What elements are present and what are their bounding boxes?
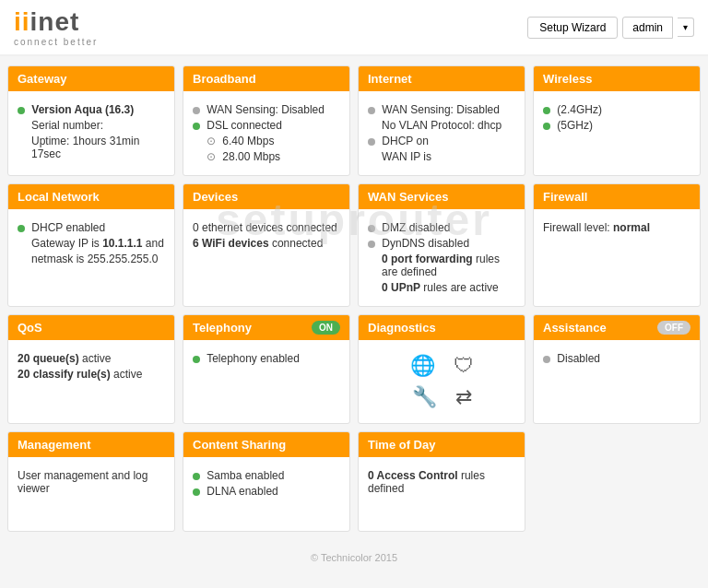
internet-dot2 bbox=[368, 138, 375, 146]
logo-tagline: connect better bbox=[14, 37, 98, 47]
setup-wizard-button[interactable]: Setup Wizard bbox=[527, 17, 618, 39]
time-of-day-title: Time of Day bbox=[368, 438, 435, 452]
local-network-gateway: Gateway IP is 10.1.1.1 and bbox=[31, 237, 165, 250]
gateway-header[interactable]: Gateway bbox=[8, 66, 174, 91]
wan-upnp: 0 UPnP rules are active bbox=[382, 281, 515, 294]
gateway-status-dot bbox=[18, 107, 25, 114]
empty-card-placeholder bbox=[533, 431, 701, 532]
devices-body: 0 ethernet devices connected 6 WiFi devi… bbox=[183, 209, 349, 283]
content-samba: Samba enabled bbox=[193, 469, 340, 482]
assistance-title: Assistance bbox=[543, 321, 607, 335]
wireless-dot2 bbox=[543, 123, 550, 130]
gateway-version-line: Version Aqua (16.3) bbox=[18, 103, 165, 116]
telephony-title: Telephony bbox=[193, 321, 252, 335]
wan-services-title: WAN Services bbox=[368, 190, 448, 204]
internet-wan-ip: WAN IP is bbox=[382, 150, 515, 163]
diag-row-1: 🌐 🛡 bbox=[410, 354, 474, 378]
dlna-dot bbox=[193, 488, 200, 496]
footer: © Technicolor 2015 bbox=[0, 541, 708, 574]
management-card: Management User management and log viewe… bbox=[7, 431, 175, 532]
firewall-header[interactable]: Firewall bbox=[534, 184, 700, 209]
devices-ethernet: 0 ethernet devices connected bbox=[193, 221, 340, 234]
network-icon[interactable]: ⇄ bbox=[455, 385, 472, 409]
management-body: User management and log viewer bbox=[8, 457, 174, 531]
telephony-header[interactable]: Telephony ON bbox=[183, 315, 349, 340]
broadband-header[interactable]: Broadband bbox=[183, 66, 349, 91]
broadband-dot2 bbox=[193, 123, 200, 130]
local-network-netmask: netmask is 255.255.255.0 bbox=[31, 253, 165, 265]
grid-row-4: Management User management and log viewe… bbox=[7, 431, 701, 532]
wan-dot1 bbox=[368, 225, 375, 232]
diagnostics-body: 🌐 🛡 🔧 ⇄ bbox=[359, 340, 525, 423]
gateway-uptime: Uptime: 1hours 31min 17sec bbox=[31, 135, 165, 160]
firewall-level: Firewall level: normal bbox=[543, 221, 690, 234]
broadband-dsl: DSL connected bbox=[193, 119, 340, 132]
telephony-dot bbox=[193, 356, 200, 363]
qos-queues: 20 queue(s) active bbox=[18, 352, 165, 365]
telephony-status: Telephony enabled bbox=[193, 352, 340, 365]
wireless-header[interactable]: Wireless bbox=[534, 66, 700, 91]
wireless-band1: (2.4GHz) bbox=[557, 103, 602, 116]
firewall-title: Firewall bbox=[543, 190, 587, 204]
local-network-title: Local Network bbox=[18, 190, 100, 204]
devices-header[interactable]: Devices bbox=[183, 184, 349, 209]
qos-body: 20 queue(s) active 20 classify rule(s) a… bbox=[8, 340, 174, 414]
wan-port-fwd: 0 port forwarding rules are defined bbox=[382, 253, 515, 278]
wan-dot2 bbox=[368, 241, 375, 248]
broadband-wan-sensing: WAN Sensing: Disabled bbox=[193, 103, 340, 116]
content-sharing-body: Samba enabled DLNA enabled bbox=[183, 457, 349, 531]
internet-card: Internet WAN Sensing: Disabled No VLAN P… bbox=[358, 65, 525, 176]
time-of-day-body: 0 Access Control rules defined bbox=[359, 457, 525, 531]
upload-icon: ⊙ bbox=[206, 135, 216, 147]
grid-row-2: Local Network DHCP enabled Gateway IP is… bbox=[7, 183, 701, 307]
assistance-card: Assistance OFF Disabled bbox=[533, 314, 701, 424]
management-text: User management and log viewer bbox=[18, 469, 165, 495]
internet-header[interactable]: Internet bbox=[359, 66, 525, 91]
internet-dot1 bbox=[368, 107, 375, 114]
gateway-title: Gateway bbox=[18, 72, 66, 86]
management-title: Management bbox=[18, 438, 90, 452]
wireless-band1-line: (2.4GHz) bbox=[543, 103, 690, 116]
broadband-title: Broadband bbox=[193, 72, 256, 86]
assistance-toggle[interactable]: OFF bbox=[657, 321, 690, 335]
broadband-card: Broadband WAN Sensing: Disabled DSL conn… bbox=[183, 65, 350, 176]
devices-card: Devices 0 ethernet devices connected 6 W… bbox=[183, 183, 350, 307]
telephony-card: Telephony ON Telephony enabled bbox=[183, 314, 350, 424]
wan-dmz: DMZ disabled bbox=[368, 221, 515, 234]
local-net-dot bbox=[18, 225, 25, 232]
time-of-day-card: Time of Day 0 Access Control rules defin… bbox=[358, 431, 525, 532]
diagnostics-icons: 🌐 🛡 🔧 ⇄ bbox=[368, 349, 515, 414]
admin-button[interactable]: admin bbox=[622, 17, 673, 39]
grid-row-3: QoS 20 queue(s) active 20 classify rule(… bbox=[7, 314, 701, 424]
content-sharing-title: Content Sharing bbox=[193, 438, 286, 452]
wrench-icon[interactable]: 🔧 bbox=[412, 385, 437, 409]
qos-classify: 20 classify rule(s) active bbox=[18, 368, 165, 381]
shield-check-icon[interactable]: 🛡 bbox=[454, 354, 474, 378]
internet-dhcp: DHCP on bbox=[368, 135, 515, 147]
logo: iiinet bbox=[14, 7, 98, 37]
gateway-body: Version Aqua (16.3) Serial number: Uptim… bbox=[8, 91, 174, 172]
assistance-body: Disabled bbox=[534, 340, 700, 414]
qos-title: QoS bbox=[18, 321, 42, 335]
local-network-header[interactable]: Local Network bbox=[8, 184, 174, 209]
diagnostics-card: Diagnostics 🌐 🛡 🔧 ⇄ bbox=[358, 314, 525, 424]
content-sharing-header[interactable]: Content Sharing bbox=[183, 432, 349, 457]
diagnostics-header[interactable]: Diagnostics bbox=[359, 315, 525, 340]
broadband-speed1: ⊙ 6.40 Mbps bbox=[206, 135, 340, 147]
firewall-body: Firewall level: normal bbox=[534, 209, 700, 283]
management-header[interactable]: Management bbox=[8, 432, 174, 457]
admin-dropdown-button[interactable]: ▾ bbox=[678, 18, 694, 37]
qos-header[interactable]: QoS bbox=[8, 315, 174, 340]
assistance-header[interactable]: Assistance OFF bbox=[534, 315, 700, 340]
wan-services-header[interactable]: WAN Services bbox=[359, 184, 525, 209]
globe-icon[interactable]: 🌐 bbox=[410, 354, 435, 378]
telephony-toggle[interactable]: ON bbox=[312, 321, 340, 335]
wireless-band2: (5GHz) bbox=[557, 119, 593, 132]
wireless-dot1 bbox=[543, 107, 550, 114]
assistance-status: Disabled bbox=[543, 352, 690, 365]
wireless-title: Wireless bbox=[543, 72, 592, 86]
gateway-card: Gateway Version Aqua (16.3) Serial numbe… bbox=[7, 65, 175, 176]
time-of-day-header[interactable]: Time of Day bbox=[359, 432, 525, 457]
internet-body: WAN Sensing: Disabled No VLAN Protocol: … bbox=[359, 91, 525, 175]
content-sharing-card: Content Sharing Samba enabled DLNA enabl… bbox=[183, 431, 350, 532]
